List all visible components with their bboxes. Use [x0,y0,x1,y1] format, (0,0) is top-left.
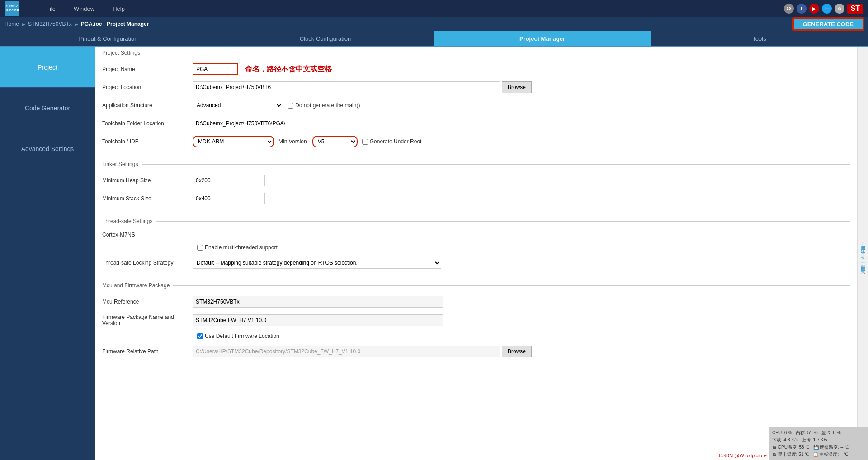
toolchain-ide-label: Toolchain / IDE [102,138,193,145]
tab-project-manager[interactable]: Project Manager [434,31,651,46]
logo-area: STM32CubeMX [5,1,19,16]
csdn-watermark: CSDN @W_oilpicture [719,453,767,458]
right-sidebar: 作图: 关注Johnny 一起 搞 嵌 入 式 [857,47,868,460]
tab-pinout[interactable]: Pinout & Configuration [0,31,217,46]
linker-settings-form: Minimum Heap Size Minimum Stack Size [95,170,857,215]
cortex-row: Cortex-M7NS [102,232,850,238]
do-not-generate-checkbox[interactable]: Do not generate the main() [288,102,360,109]
status-temps: 🖥 CPU温度: 58 ℃ 💾 硬盘温度: -- ℃ [772,444,864,451]
min-heap-label: Minimum Heap Size [102,177,193,184]
toolchain-ide-row: Toolchain / IDE MDK-ARM EWARM SW4STM32 M… [102,136,850,147]
firmware-path-input[interactable] [193,346,500,357]
thread-settings-form: Cortex-M7NS Enable multi-threaded suppor… [95,227,857,280]
status-overlay: CPU: 6 % 内存: 51 % 显卡: 0 % 下载: 4.8 K/s 上传… [769,427,868,460]
firmware-path-row: Firmware Relative Path Browse [102,346,850,357]
sidebar: Project Code Generator Advanced Settings [0,47,95,460]
min-stack-label: Minimum Stack Size [102,195,193,202]
mcu-settings-header: Mcu and Firmware Package [95,280,857,291]
use-default-firmware-checkbox[interactable]: Use Default Firmware Location [197,333,279,339]
thread-settings-header: Thread-safe Settings [95,215,857,227]
breadcrumb-mcu[interactable]: STM32H750VBTx [28,21,72,27]
version-badge: 10 [784,4,794,14]
status-cpu-memory: CPU: 6 % 内存: 51 % 显卡: 0 % [772,429,864,436]
locking-strategy-row: Thread-safe Locking Strategy Default -- … [102,257,850,269]
enable-multithread-check[interactable] [197,245,203,251]
use-default-firmware-check[interactable] [197,333,203,339]
toolchain-folder-label: Toolchain Folder Location [102,120,193,127]
status-network: 下载: 4.8 K/s 上传: 1.7 K/s [772,436,864,444]
do-not-generate-check[interactable] [288,103,293,109]
generate-code-button[interactable]: GENERATE CODE [793,18,863,30]
generate-under-root-checkbox[interactable]: Generate Under Root [362,138,422,145]
breadcrumb-home[interactable]: Home [5,21,19,27]
mcu-reference-input[interactable] [193,296,443,308]
project-location-label: Project Location [102,84,193,90]
breadcrumb-arrow-2: ▶ [75,22,78,27]
application-structure-select[interactable]: Advanced [193,100,283,111]
twitter-icon[interactable]: 🐦 [822,4,832,14]
project-name-label: Project Name [102,66,193,72]
social-icons: 10 f ▶ 🐦 ⊕ ST [784,4,863,14]
locking-strategy-label: Thread-safe Locking Strategy [102,260,193,266]
breadcrumb-current: PGA.ioc - Project Manager [81,21,149,27]
breadcrumb-arrow-1: ▶ [22,22,25,27]
sidebar-item-project[interactable]: Project [0,47,95,88]
enable-multithread-row: Enable multi-threaded support [102,244,850,251]
main-content: Project Settings Project Name 命名，路径不含中文或… [95,47,857,460]
project-location-input[interactable] [193,81,500,93]
min-heap-row: Minimum Heap Size [102,175,850,186]
project-name-annotation: 命名，路径不含中文或空格 [245,65,332,74]
sidebar-item-advanced-settings[interactable]: Advanced Settings [0,128,95,169]
header-left: STM32CubeMX File Window Help [5,1,125,16]
breadcrumb-bar: Home ▶ STM32H750VBTx ▶ PGA.ioc - Project… [0,17,868,31]
firmware-name-label: Firmware Package Name and Version [102,314,193,327]
application-structure-label: Application Structure [102,102,193,109]
application-structure-row: Application Structure Advanced Do not ge… [102,100,850,111]
tab-tools[interactable]: Tools [651,31,868,46]
header-right: 10 f ▶ 🐦 ⊕ ST [784,4,863,14]
youtube-icon[interactable]: ▶ [809,4,819,14]
tab-clock[interactable]: Clock Configuration [217,31,434,46]
menu-window[interactable]: Window [74,5,94,12]
mcu-reference-label: Mcu Reference [102,299,193,305]
project-name-row: Project Name 命名，路径不含中文或空格 [102,63,850,75]
st-logo: ST [847,4,863,14]
min-version-label: Min Version [278,138,307,145]
project-settings-header: Project Settings [95,47,857,59]
min-stack-input[interactable] [193,193,265,204]
min-version-select[interactable]: V5 V4 V6 [312,136,358,147]
firmware-name-input[interactable] [193,314,443,326]
right-sidebar-text: 作图: 关注Johnny 一起 搞 嵌 入 式 [860,242,866,266]
menu-file[interactable]: File [46,5,56,12]
project-name-input[interactable] [193,63,238,75]
project-location-browse[interactable]: Browse [502,81,532,93]
min-stack-row: Minimum Stack Size [102,193,850,204]
main-tabs: Pinout & Configuration Clock Configurati… [0,31,868,47]
mcu-reference-row: Mcu Reference [102,296,850,308]
status-temps2: 🖥 显卡温度: 51 ℃ 📋 主板温度: -- ℃ [772,451,864,458]
min-heap-input[interactable] [193,175,265,186]
mcu-settings-form: Mcu Reference Firmware Package Name and … [95,291,857,368]
sidebar-item-code-generator[interactable]: Code Generator [0,88,95,128]
project-settings-form: Project Name 命名，路径不含中文或空格 Project Locati… [95,59,857,158]
generate-under-root-check[interactable] [362,139,368,145]
firmware-name-row: Firmware Package Name and Version [102,314,850,327]
toolchain-ide-select[interactable]: MDK-ARM EWARM SW4STM32 Makefile [193,136,274,147]
toolchain-folder-input[interactable] [193,118,500,129]
top-nav: File Window Help [46,5,125,12]
stm32-logo: STM32CubeMX [5,1,19,16]
facebook-icon[interactable]: f [797,4,807,14]
menu-help[interactable]: Help [113,5,125,12]
toolchain-folder-row: Toolchain Folder Location [102,118,850,129]
project-location-row: Project Location Browse [102,81,850,93]
top-header: STM32CubeMX File Window Help 10 f ▶ 🐦 ⊕ … [0,0,868,17]
cortex-label: Cortex-M7NS [102,232,193,238]
locking-strategy-select[interactable]: Default -- Mapping suitable strategy dep… [193,257,441,269]
app-body: Project Code Generator Advanced Settings… [0,47,868,460]
firmware-path-label: Firmware Relative Path [102,348,193,355]
breadcrumb: Home ▶ STM32H750VBTx ▶ PGA.ioc - Project… [5,21,149,27]
network-icon[interactable]: ⊕ [835,4,844,14]
linker-settings-header: Linker Settings [95,158,857,170]
firmware-path-browse[interactable]: Browse [502,346,532,357]
enable-multithread-checkbox[interactable]: Enable multi-threaded support [197,244,278,251]
